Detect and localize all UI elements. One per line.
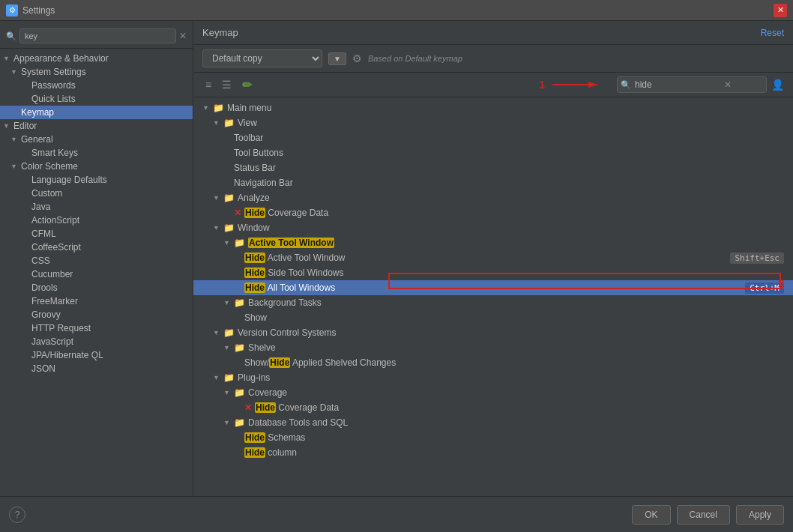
content-area: Keymap Reset Default copy ▼ ⚙ Based on D… xyxy=(193,21,793,496)
tree-item-show-hide-shelved[interactable]: Show/Hide Applied Shelved Changes xyxy=(193,355,793,370)
sidebar-item-general[interactable]: ▼ General xyxy=(0,133,193,146)
sidebar-item-label: Keymap xyxy=(21,107,54,118)
item-label: Hide Side Tool Windows xyxy=(244,267,344,278)
item-label: Navigation Bar xyxy=(234,178,293,188)
tree-item-active-tool-window-folder[interactable]: ▼ 📁 Active Tool Window xyxy=(193,235,793,250)
help-button[interactable]: ? xyxy=(9,507,25,523)
search-icon: 🔍 xyxy=(6,31,16,41)
sidebar-item-label: CoffeeScript xyxy=(31,242,81,253)
tree-item-hide-coverage-data2[interactable]: ✕ Hide Coverage Data xyxy=(193,400,793,415)
sidebar-item-system-settings[interactable]: ▼ System Settings xyxy=(0,65,193,79)
sidebar-item-javascript[interactable]: JavaScript xyxy=(0,335,193,348)
shortcut-badge: Shift+Esc xyxy=(730,253,784,264)
red-x-icon: ✕ xyxy=(234,208,241,218)
sidebar-item-actionscript[interactable]: ActionScript xyxy=(0,214,193,227)
sidebar-item-smart-keys[interactable]: Smart Keys xyxy=(0,146,193,160)
sidebar-item-css[interactable]: CSS xyxy=(0,254,193,267)
sidebar-item-cucumber[interactable]: Cucumber xyxy=(0,267,193,281)
tree-item-hide-side-tool-windows[interactable]: Hide Side Tool Windows xyxy=(193,265,793,280)
sidebar-item-drools[interactable]: Drools xyxy=(0,281,193,294)
sidebar-item-language-defaults[interactable]: Language Defaults xyxy=(0,173,193,187)
tree-item-shelve[interactable]: ▼ 📁 Shelve xyxy=(193,340,793,355)
tree-item-hide-column[interactable]: Hide column xyxy=(193,445,793,460)
tree-item-toolbar[interactable]: Toolbar xyxy=(193,130,793,145)
item-label: Hide All Tool Windows xyxy=(244,282,335,293)
tree-item-status-bar[interactable]: Status Bar xyxy=(193,160,793,175)
sidebar-item-label: Smart Keys xyxy=(31,148,78,158)
sidebar-search-row: 🔍 ✕ xyxy=(0,24,193,49)
tree-item-analyze[interactable]: ▼ 📁 Analyze xyxy=(193,190,793,205)
item-label: Hide Coverage Data xyxy=(255,402,339,413)
tree-item-plug-ins[interactable]: ▼ 📁 Plug-ins xyxy=(193,370,793,385)
expand-arrow: ▼ xyxy=(213,194,223,202)
close-button[interactable]: ✕ xyxy=(774,4,787,17)
sidebar-item-json[interactable]: JSON xyxy=(0,362,193,375)
item-label: Window xyxy=(238,223,270,233)
expand-arrow: ▼ xyxy=(213,119,223,127)
ok-button[interactable]: OK xyxy=(632,505,670,525)
sidebar-item-label: JavaScript xyxy=(31,336,73,347)
expand-arrow: ▼ xyxy=(223,239,234,247)
app-icon: ⚙ xyxy=(6,4,18,16)
tree-item-show[interactable]: Show xyxy=(193,310,793,325)
gear-icon[interactable]: ⚙ xyxy=(352,52,362,64)
title-bar: ⚙ Settings ✕ xyxy=(0,0,793,21)
align-left-btn[interactable]: ≡ xyxy=(202,77,214,92)
folder-icon: 📁 xyxy=(213,103,224,113)
reset-link[interactable]: Reset xyxy=(761,28,784,38)
pen-btn[interactable]: ✏ xyxy=(239,76,255,94)
tree-item-hide-coverage-data[interactable]: ✕ Hide Coverage Data xyxy=(193,205,793,220)
tree-item-tool-buttons[interactable]: Tool Buttons xyxy=(193,145,793,160)
sidebar-search-input[interactable] xyxy=(19,28,176,43)
tree-item-background-tasks[interactable]: ▼ 📁 Background Tasks xyxy=(193,295,793,310)
expand-arrow: ▼ xyxy=(213,329,223,336)
red-x-icon: ✕ xyxy=(244,402,252,413)
sidebar-clear-icon[interactable]: ✕ xyxy=(179,31,187,41)
sidebar-item-java[interactable]: Java xyxy=(0,200,193,214)
person-icon[interactable]: 👤 xyxy=(771,79,784,91)
expand-arrow: ▼ xyxy=(213,224,223,232)
tree-item-version-control[interactable]: ▼ 📁 Version Control Systems xyxy=(193,325,793,340)
sidebar-item-coffeescript[interactable]: CoffeeScript xyxy=(0,241,193,254)
expand-arrow: ▼ xyxy=(223,299,234,306)
sidebar-item-editor[interactable]: ▼ Editor xyxy=(0,119,193,133)
sidebar-item-label: FreeMarker xyxy=(31,296,78,306)
folder-icon: 📁 xyxy=(223,327,235,338)
cancel-button[interactable]: Cancel xyxy=(677,505,730,525)
tree-item-navigation-bar[interactable]: Navigation Bar xyxy=(193,175,793,190)
keymap-search-input[interactable] xyxy=(633,79,723,91)
sidebar: 🔍 ✕ ▼ Appearance & Behavior ▼ System Set… xyxy=(0,21,193,496)
sidebar-item-quick-lists[interactable]: Quick Lists xyxy=(0,92,193,106)
expand-arrow: ▼ xyxy=(223,344,234,351)
item-label: Background Tasks xyxy=(248,297,322,308)
tree-item-hide-active-tool-window[interactable]: Hide Active Tool Window Shift+Esc xyxy=(193,250,793,265)
sidebar-item-cfml[interactable]: CFML xyxy=(0,227,193,241)
tree-item-view[interactable]: ▼ 📁 View xyxy=(193,115,793,130)
search-clear-icon[interactable]: ✕ xyxy=(724,79,732,90)
sidebar-item-label: Custom xyxy=(31,188,62,199)
tree-item-hide-schemas[interactable]: Hide Schemas xyxy=(193,430,793,445)
annotation-arrow xyxy=(552,76,612,94)
sidebar-item-groovy[interactable]: Groovy xyxy=(0,308,193,321)
align-center-btn[interactable]: ☰ xyxy=(219,77,235,92)
item-label: Plug-ins xyxy=(238,372,270,383)
sidebar-item-label: CFML xyxy=(31,229,56,239)
tree-item-coverage-plugin[interactable]: ▼ 📁 Coverage xyxy=(193,385,793,400)
sidebar-item-freemarker[interactable]: FreeMarker xyxy=(0,294,193,308)
scheme-select[interactable]: Default copy xyxy=(202,49,322,67)
sidebar-item-jpa-hibernate[interactable]: JPA/Hibernate QL xyxy=(0,348,193,362)
apply-button[interactable]: Apply xyxy=(736,505,784,525)
folder-icon: 📁 xyxy=(223,193,235,203)
sidebar-item-color-scheme[interactable]: ▼ Color Scheme xyxy=(0,160,193,173)
sidebar-item-http-request[interactable]: HTTP Request xyxy=(0,321,193,335)
tree-item-main-menu[interactable]: ▼ 📁 Main menu xyxy=(193,100,793,115)
item-label: Main menu xyxy=(227,103,271,113)
sidebar-item-keymap[interactable]: Keymap xyxy=(0,106,193,119)
sidebar-item-appearance[interactable]: ▼ Appearance & Behavior xyxy=(0,52,193,65)
sidebar-item-custom[interactable]: Custom xyxy=(0,187,193,200)
sidebar-item-passwords[interactable]: Passwords xyxy=(0,79,193,92)
tree-item-db-tools[interactable]: ▼ 📁 Database Tools and SQL xyxy=(193,415,793,430)
tree-item-hide-all-tool-windows[interactable]: Hide All Tool Windows Ctrl+M xyxy=(193,280,793,295)
scheme-dropdown-arrow[interactable]: ▼ xyxy=(328,52,346,65)
tree-item-window[interactable]: ▼ 📁 Window xyxy=(193,220,793,235)
